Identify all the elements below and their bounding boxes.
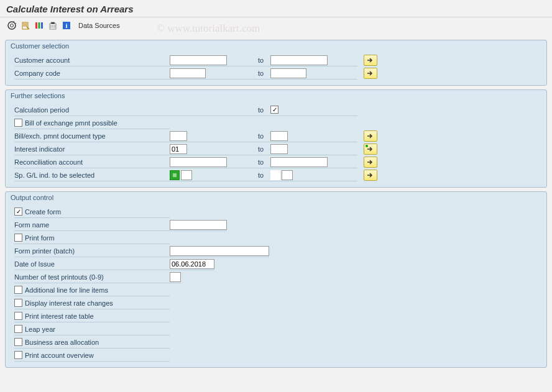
- calculation-period-to-checkbox[interactable]: [270, 106, 278, 114]
- svg-point-1: [11, 24, 14, 27]
- create-form-row: Create form: [6, 206, 546, 218]
- business-area-checkbox[interactable]: [14, 338, 22, 346]
- to-label: to: [257, 54, 270, 66]
- info-icon[interactable]: i: [61, 20, 72, 31]
- date-of-issue-label: Date of Issue: [14, 258, 170, 270]
- delete-icon[interactable]: [47, 20, 58, 31]
- company-code-from-input[interactable]: [170, 68, 206, 78]
- print-account-overview-checkbox[interactable]: [14, 351, 22, 359]
- sp-gl-f4-button[interactable]: [170, 170, 180, 180]
- to-label: to: [257, 143, 270, 155]
- sp-gl-from-input[interactable]: [181, 170, 192, 180]
- customer-account-to-input[interactable]: [270, 55, 328, 65]
- company-code-to-input[interactable]: [270, 68, 306, 78]
- sp-gl-multi-button[interactable]: [364, 170, 377, 181]
- svg-point-0: [8, 22, 16, 29]
- leap-year-row: Leap year: [6, 323, 546, 335]
- further-selections-group: Further selections Calculation period to…: [5, 89, 547, 188]
- svg-rect-5: [35, 22, 37, 29]
- print-form-label: Print form: [25, 234, 55, 242]
- bill-exch-doc-multi-button[interactable]: [364, 130, 377, 142]
- data-sources-button[interactable]: Data Sources: [78, 22, 120, 29]
- to-label: to: [257, 169, 270, 181]
- print-account-overview-label: Print account overview: [25, 352, 94, 359]
- svg-text:i: i: [65, 22, 67, 29]
- sp-gl-indicator-row: Sp. G/L ind. to be selected to: [6, 169, 546, 181]
- interest-indicator-to-input[interactable]: [270, 144, 288, 154]
- recon-acct-multi-button[interactable]: [364, 157, 377, 168]
- customer-selection-group: Customer selection Customer account to C…: [5, 40, 547, 86]
- customer-account-from-input[interactable]: [170, 55, 227, 65]
- spacer: [270, 170, 280, 180]
- company-code-row: Company code to: [6, 67, 546, 80]
- bill-exch-doc-from-input[interactable]: [170, 131, 187, 141]
- additional-line-row: Additional line for line items: [6, 284, 546, 296]
- svg-rect-6: [39, 22, 40, 29]
- display-rate-changes-checkbox[interactable]: [14, 299, 22, 307]
- company-code-label: Company code: [14, 67, 170, 80]
- group-header: Further selections: [6, 90, 546, 103]
- display-rate-changes-row: Display interest rate changes: [6, 297, 546, 309]
- svg-rect-7: [41, 22, 43, 29]
- form-name-label: Form name: [14, 219, 170, 231]
- num-test-printouts-row: Number of test printouts (0-9): [6, 271, 546, 283]
- bill-exch-doc-type-row: Bill/exch. pmnt document type to: [6, 130, 546, 142]
- interest-indicator-label: Interest indicator: [14, 143, 170, 155]
- recon-acct-to-input[interactable]: [270, 157, 328, 167]
- additional-line-label: Additional line for line items: [25, 286, 108, 294]
- form-printer-label: Form printer (batch): [14, 245, 170, 257]
- business-area-row: Business area allocation: [6, 336, 546, 349]
- form-name-input[interactable]: [170, 220, 227, 230]
- sp-gl-to-input[interactable]: [282, 170, 293, 180]
- date-of-issue-input[interactable]: [170, 259, 214, 269]
- to-label: to: [257, 156, 270, 168]
- additional-line-checkbox[interactable]: [14, 286, 22, 294]
- create-form-label: Create form: [25, 208, 61, 216]
- print-rate-table-checkbox[interactable]: [14, 312, 22, 320]
- leap-year-label: Leap year: [25, 326, 55, 333]
- execute-icon[interactable]: [6, 20, 17, 31]
- bill-exchange-possible-row: Bill of exchange pmnt possible: [6, 117, 546, 129]
- customer-account-row: Customer account to: [6, 54, 546, 66]
- interest-indicator-multi-button[interactable]: [364, 144, 377, 155]
- title-bar: Calculate Interest on Arrears: [0, 0, 552, 17]
- get-variant-icon[interactable]: [20, 20, 31, 31]
- form-printer-row: Form printer (batch): [6, 245, 546, 257]
- create-form-checkbox[interactable]: [14, 207, 22, 216]
- recon-acct-from-input[interactable]: [170, 157, 227, 167]
- bill-exch-doc-to-input[interactable]: [270, 131, 288, 141]
- toolbar: i Data Sources: [0, 17, 552, 36]
- to-label: to: [257, 67, 270, 80]
- business-area-label: Business area allocation: [25, 339, 99, 346]
- customer-account-multi-button[interactable]: [364, 55, 377, 66]
- customer-account-label: Customer account: [14, 54, 170, 66]
- interest-indicator-from-input[interactable]: [170, 144, 187, 154]
- bill-exchange-possible-label: Bill of exchange pmnt possible: [25, 119, 117, 127]
- num-test-printouts-input[interactable]: [170, 272, 181, 282]
- group-header: Output control: [6, 192, 546, 205]
- output-control-group: Output control Create form Form name Pri…: [5, 191, 547, 368]
- print-form-checkbox[interactable]: [14, 234, 22, 242]
- calculation-period-label: Calculation period: [14, 104, 170, 116]
- print-rate-table-label: Print interest rate table: [25, 312, 94, 320]
- form-name-row: Form name: [6, 219, 546, 231]
- sp-gl-indicator-label: Sp. G/L ind. to be selected: [14, 169, 170, 181]
- num-test-printouts-label: Number of test printouts (0-9): [14, 271, 170, 283]
- leap-year-checkbox[interactable]: [14, 325, 22, 333]
- to-label: to: [257, 130, 270, 142]
- group-header: Customer selection: [6, 40, 546, 53]
- calculation-period-row: Calculation period to: [6, 104, 546, 116]
- form-printer-input[interactable]: [170, 246, 269, 256]
- to-label: to: [257, 104, 270, 116]
- interest-indicator-row: Interest indicator to: [6, 143, 546, 155]
- selection-options-icon[interactable]: [34, 20, 45, 31]
- bill-exch-doc-type-label: Bill/exch. pmnt document type: [14, 130, 170, 142]
- reconciliation-account-label: Reconciliation account: [14, 156, 170, 168]
- print-form-row: Print form: [6, 232, 546, 244]
- date-of-issue-row: Date of Issue: [6, 258, 546, 270]
- bill-exchange-possible-checkbox[interactable]: [14, 119, 22, 127]
- display-rate-changes-label: Display interest rate changes: [25, 299, 113, 307]
- company-code-multi-button[interactable]: [364, 68, 377, 79]
- reconciliation-account-row: Reconciliation account to: [6, 156, 546, 168]
- page-title: Calculate Interest on Arrears: [6, 4, 546, 14]
